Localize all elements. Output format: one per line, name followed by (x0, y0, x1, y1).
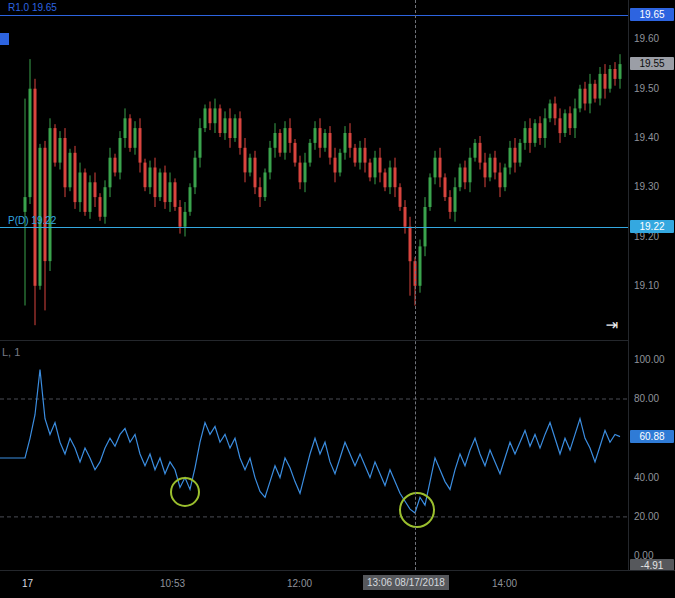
candle-body (114, 158, 117, 173)
candle-body (144, 163, 147, 188)
candle-body (44, 148, 47, 261)
candle-body (509, 148, 512, 168)
candle-body (479, 143, 482, 163)
candle-body (459, 168, 462, 188)
candle-body (339, 153, 342, 173)
candle-body (474, 143, 477, 158)
candlestick-chart (0, 0, 628, 340)
candle-body (304, 163, 307, 183)
candle-body (79, 173, 82, 203)
candle-body (194, 158, 197, 188)
candle-body (54, 128, 57, 163)
trading-chart-window: R1.0 19.65 P(D) 19.22 ⇥ L, 1 19.6019.501… (0, 0, 675, 598)
candle-body (164, 173, 167, 203)
candle-body (229, 118, 232, 138)
axis-price-badge: 19.55 (630, 57, 674, 70)
candle-body (119, 138, 122, 173)
time-tick-label: 14:00 (492, 578, 517, 589)
candle-body (514, 148, 517, 163)
candle-body (549, 104, 552, 119)
candle-body (429, 177, 432, 207)
candle-body (404, 207, 407, 227)
crosshair-vertical-line (415, 0, 416, 570)
annotation-circle[interactable] (400, 493, 434, 527)
candle-body (264, 173, 267, 198)
candle-body (504, 168, 507, 188)
pane-divider[interactable] (0, 340, 675, 341)
axis-tick-label: 19.40 (634, 132, 659, 143)
price-pane[interactable]: R1.0 19.65 P(D) 19.22 ⇥ (0, 0, 628, 340)
candle-body (289, 128, 292, 143)
candle-body (439, 158, 442, 178)
candle-body (274, 133, 277, 148)
candle-body (239, 118, 242, 148)
time-tick-label: 10:53 (160, 578, 185, 589)
candle-body (534, 123, 537, 143)
candle-body (29, 89, 32, 197)
candle-body (609, 69, 612, 89)
candle-body (359, 148, 362, 163)
candle-body (484, 163, 487, 178)
candle-body (84, 173, 87, 212)
annotation-circle[interactable] (171, 478, 199, 506)
candle-body (594, 84, 597, 99)
axis-price-badge: 19.22 (630, 220, 674, 233)
candle-body (69, 153, 72, 188)
candle-body (249, 158, 252, 173)
candle-body (254, 158, 257, 188)
oscillator-pane[interactable]: L, 1 (0, 342, 628, 570)
candle-body (579, 89, 582, 109)
axis-tick-label: 19.10 (634, 280, 659, 291)
candle-body (129, 118, 132, 148)
candle-body (584, 89, 587, 104)
candle-body (444, 177, 447, 197)
candle-body (384, 173, 387, 188)
axis-tick-label: 19.50 (634, 83, 659, 94)
axis-price-badge: 19.65 (630, 8, 674, 21)
candle-body (214, 108, 217, 123)
candle-body (189, 187, 192, 212)
candle-body (324, 133, 327, 148)
candle-body (614, 69, 617, 79)
pivot-label-p: P(D) 19.22 (8, 215, 56, 226)
candle-body (269, 148, 272, 173)
go-to-latest-icon[interactable]: ⇥ (605, 317, 618, 332)
candle-body (499, 173, 502, 188)
candle-body (99, 197, 102, 217)
candle-body (104, 187, 107, 217)
candle-body (569, 113, 572, 128)
candle-body (489, 158, 492, 178)
axis-tick-label: 19.60 (634, 33, 659, 44)
candle-body (494, 158, 497, 173)
candle-body (89, 182, 92, 212)
candle-body (419, 246, 422, 285)
candle-body (454, 187, 457, 212)
candle-body (314, 128, 317, 143)
time-tick-label: 12:00 (287, 578, 312, 589)
time-axis[interactable]: 1710:5312:0014:0013:06 08/17/2018 (0, 570, 675, 598)
crosshair-time-badge: 13:06 08/17/2018 (363, 575, 449, 590)
candle-body (389, 168, 392, 188)
time-tick-label: 17 (22, 578, 33, 589)
candle-body (59, 138, 62, 163)
candle-body (379, 158, 382, 173)
pivot-line-p[interactable] (0, 227, 628, 228)
candle-body (559, 118, 562, 133)
resistance-line-r1[interactable] (0, 15, 628, 16)
candle-body (109, 158, 112, 188)
candle-body (544, 118, 547, 138)
axis-tick-label: 80.00 (634, 393, 659, 404)
candle-body (34, 89, 37, 286)
candle-body (219, 108, 222, 133)
candle-body (599, 74, 602, 99)
candle-body (374, 158, 377, 178)
axis-price-badge: 60.88 (630, 430, 674, 443)
price-axis[interactable]: 19.6019.5019.4019.3019.2019.10100.0080.0… (628, 0, 675, 570)
candle-body (169, 182, 172, 202)
candle-body (319, 128, 322, 148)
oscillator-label: L, 1 (2, 346, 20, 358)
clipped-price-label (0, 33, 9, 45)
candle-body (554, 104, 557, 119)
axis-tick-label: 19.30 (634, 181, 659, 192)
candle-body (49, 128, 52, 261)
